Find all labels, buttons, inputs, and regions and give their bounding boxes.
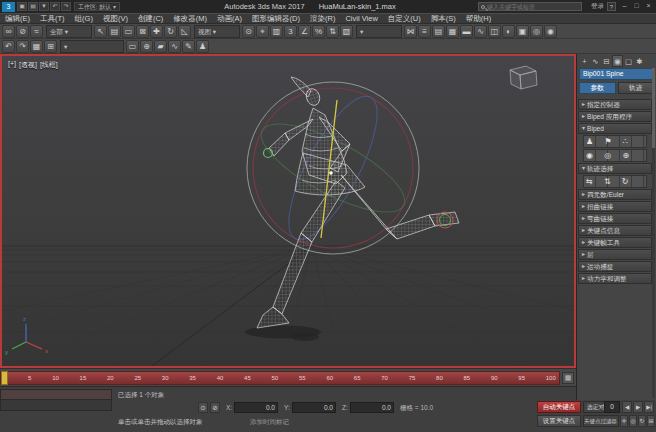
rollout-row[interactable]: ▸ 层 <box>578 249 652 260</box>
character-wireframe[interactable] <box>257 77 459 328</box>
open-file-button[interactable]: ▤ <box>28 2 38 11</box>
object-name-field[interactable]: Bip001 Spine <box>579 68 654 80</box>
edit-named-selection-sets-icon[interactable]: ▧ <box>340 25 353 38</box>
pan-icon[interactable]: ✛ <box>620 415 628 427</box>
percent-snap-icon[interactable]: % <box>312 25 325 38</box>
menu-create[interactable]: 创建(C) <box>133 14 168 24</box>
maximize-viewport-icon[interactable]: ⊞ <box>647 415 655 427</box>
save-file-button[interactable]: ▼ <box>39 2 49 11</box>
menu-customize[interactable]: 自定义(U) <box>383 14 426 24</box>
select-by-name-icon[interactable]: ▤ <box>108 25 121 38</box>
create-layer-icon[interactable]: ⊞ <box>44 40 57 53</box>
tab-motion[interactable]: ◉ <box>612 55 623 67</box>
menu-tools[interactable]: 工具(T) <box>35 14 70 24</box>
mini-curve-editor-button[interactable]: ▦ <box>562 372 574 384</box>
rollout-row[interactable]: ▸ 关键点信息 <box>578 225 652 236</box>
minimize-button[interactable]: – <box>619 1 630 11</box>
rollout-row[interactable]: ▸ 指定控制器 <box>578 99 652 110</box>
spinner-snap-icon[interactable]: ⇅ <box>326 25 339 38</box>
schematic-view-icon[interactable]: ◫ <box>488 25 501 38</box>
select-and-rotate-icon[interactable]: ↻ <box>164 25 177 38</box>
viewport-label-segment[interactable]: [线框] <box>40 60 58 70</box>
selection-paint-icon[interactable]: ✎ <box>182 40 195 53</box>
rollout-row[interactable]: ▸ Biped 应用程序 <box>578 111 652 122</box>
menu-views[interactable]: 视图(V) <box>98 14 133 24</box>
set-current-layer-icon[interactable]: ⊕ <box>140 40 153 53</box>
tab-modify[interactable]: ∿ <box>590 55 601 67</box>
signin-button[interactable]: 登录 <box>591 2 604 11</box>
rollout-row[interactable]: ▸ 运动捕捉 <box>578 261 652 272</box>
previous-frame-button[interactable]: ◀ <box>622 401 632 413</box>
time-slider-handle[interactable] <box>1 371 8 385</box>
angle-snap-icon[interactable]: ∠ <box>298 25 311 38</box>
rendered-frame-icon[interactable]: ◎ <box>530 25 543 38</box>
tab-utilities[interactable]: ✱ <box>634 55 645 67</box>
layer-list-dropdown[interactable]: ▾ <box>60 40 124 53</box>
view-cube-icon[interactable] <box>510 66 537 89</box>
z-coordinate-field[interactable] <box>350 402 394 413</box>
populate-icon[interactable]: ♟ <box>196 40 209 53</box>
scene-explorer-icon[interactable]: ▤ <box>432 25 445 38</box>
menu-scripting[interactable]: 脚本(S) <box>426 14 461 24</box>
redo-icon[interactable]: ↷ <box>16 40 29 53</box>
rollout-row[interactable]: ▸ 扭曲链接 <box>578 201 652 212</box>
reference-coordinate-dropdown[interactable]: 视图 ▾ <box>194 25 240 38</box>
select-and-manipulate-icon[interactable]: ⌖ <box>256 25 269 38</box>
selection-lock-icon[interactable]: ⊘ <box>210 402 220 413</box>
set-key-button[interactable]: 设置关键点 <box>537 415 581 427</box>
render-setup-icon[interactable]: ▣ <box>516 25 529 38</box>
render-production-icon[interactable]: ◉ <box>544 25 557 38</box>
select-and-scale-icon[interactable]: ◺ <box>178 25 191 38</box>
selection-region-icon[interactable]: ▭ <box>122 25 135 38</box>
rollout-row[interactable]: ▸ 四元数/Euler <box>578 189 652 200</box>
select-and-move-icon[interactable]: ✚ <box>150 25 163 38</box>
orbit-icon[interactable]: ↻ <box>638 415 646 427</box>
redo-button[interactable]: ↷ <box>61 2 71 11</box>
tab-hierarchy[interactable]: ⊟ <box>601 55 612 67</box>
maximize-button[interactable]: □ <box>631 1 642 11</box>
y-coordinate-field[interactable] <box>292 402 336 413</box>
menu-civil-view[interactable]: Civil View <box>340 14 382 24</box>
menu-rendering[interactable]: 渲染(R) <box>305 14 340 24</box>
menu-help[interactable]: 帮助(H) <box>461 14 496 24</box>
new-scene-button[interactable]: ▣ <box>17 2 27 11</box>
unlink-selection-icon[interactable]: ⊘ <box>16 25 29 38</box>
menu-modifiers[interactable]: 修改器(M) <box>168 14 212 24</box>
parameters-button[interactable]: 参数 <box>579 82 616 94</box>
material-editor-icon[interactable]: ◐ <box>502 25 515 38</box>
maxscript-mini-listener[interactable] <box>0 389 112 411</box>
select-objects-in-layer-icon[interactable]: ▭ <box>126 40 139 53</box>
graphite-modeling-icon[interactable]: ▰ <box>154 40 167 53</box>
x-coordinate-field[interactable] <box>234 402 278 413</box>
menu-edit[interactable]: 编辑(E) <box>0 14 35 24</box>
rollout-row[interactable]: ▸ 弯曲链接 <box>578 213 652 224</box>
rollout-row[interactable]: ♟ ⚑ ∴ ≋ ▦ <box>583 135 647 148</box>
tab-display[interactable]: ▢ <box>623 55 634 67</box>
snap-toggle-icon[interactable]: 3 <box>284 25 297 38</box>
keyboard-override-icon[interactable]: ▥ <box>270 25 283 38</box>
selection-filter-dropdown[interactable]: 全部 ▾ <box>46 25 92 38</box>
undo-icon[interactable]: ↶ <box>2 40 15 53</box>
named-selection-sets-dropdown[interactable]: ▾ <box>356 25 402 38</box>
mirror-icon[interactable]: ⋈ <box>404 25 417 38</box>
rollout-row[interactable]: ⇆ ⇅ ↻ ⊙ ⊘ <box>583 175 647 188</box>
key-filters-button[interactable]: 关键点过滤器... <box>583 415 619 427</box>
panel-scrollbar[interactable] <box>652 68 655 398</box>
menu-animation[interactable]: 动画(A) <box>212 14 247 24</box>
curve-editor-icon[interactable]: ∿ <box>474 25 487 38</box>
app-logo-icon[interactable]: 3 <box>2 2 15 12</box>
perspective-viewport[interactable]: [+][透视][线框] <box>0 54 576 368</box>
next-frame-button[interactable]: ▶| <box>644 401 654 413</box>
align-icon[interactable]: ≡ <box>418 25 431 38</box>
tab-create[interactable]: + <box>579 55 590 67</box>
auto-key-button[interactable]: 自动关键点 <box>537 401 581 413</box>
trackbar-keys[interactable]: 0510152025303540455055606570758085909510… <box>0 371 560 385</box>
isolate-selection-icon[interactable]: ⊙ <box>198 402 208 413</box>
trajectories-button[interactable]: 轨迹 <box>618 82 655 94</box>
zoom-icon[interactable]: ◎ <box>629 415 637 427</box>
select-object-icon[interactable]: ↖ <box>94 25 107 38</box>
layer-manager-icon[interactable]: ▦ <box>30 40 43 53</box>
layer-explorer-icon[interactable]: ▦ <box>446 25 459 38</box>
current-frame-field[interactable]: 0 <box>604 401 620 413</box>
search-input[interactable] <box>487 4 579 10</box>
